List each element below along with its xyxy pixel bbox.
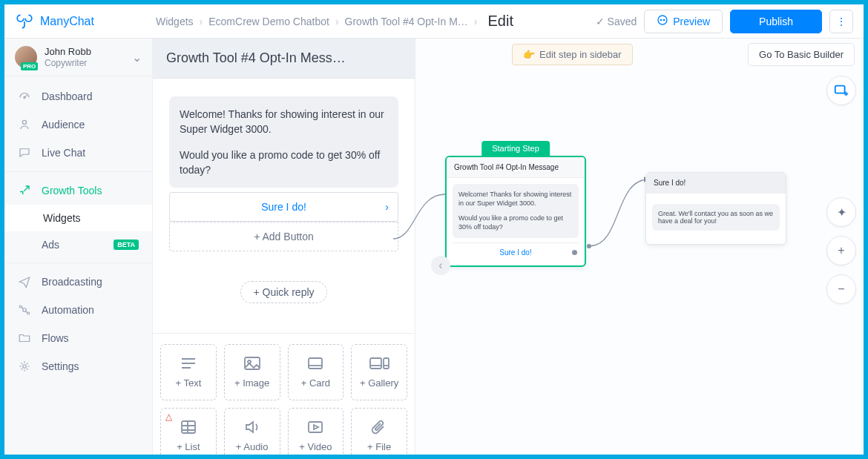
block-audio[interactable]: + Audio (224, 408, 280, 455)
node-title: Sure I do! (646, 173, 786, 194)
connector-dot-icon[interactable] (572, 250, 577, 255)
block-file[interactable]: + File (351, 408, 407, 455)
top-bar-actions: ✓ Saved Preview Publish ⋮ (596, 10, 853, 33)
svg-point-8 (23, 365, 27, 369)
block-list[interactable]: △ + List (160, 408, 217, 455)
preview-button[interactable]: Preview (644, 10, 723, 33)
image-icon (243, 356, 261, 373)
block-image[interactable]: + Image (224, 344, 280, 400)
more-vertical-icon: ⋮ (836, 16, 846, 27)
video-icon (306, 420, 324, 437)
sidebar-item-livechat[interactable]: Live Chat (4, 139, 152, 167)
user-name: John Robb (45, 46, 91, 58)
block-gallery[interactable]: + Gallery (351, 344, 407, 400)
node-msg-line1: Welcome! Thanks for showing interest in … (458, 190, 573, 208)
edit-step-label: Edit step in sidebar (539, 49, 622, 60)
block-label: + List (177, 441, 200, 452)
block-card[interactable]: + Card (288, 344, 344, 400)
sidebar-item-broadcasting[interactable]: Broadcasting (4, 268, 152, 296)
breadcrumb-0[interactable]: Widgets (156, 16, 194, 27)
go-basic-builder-button[interactable]: Go To Basic Builder (748, 43, 855, 66)
brand-logo[interactable]: ManyChat (15, 12, 156, 31)
sidebar-item-ads[interactable]: Ads BETA (4, 231, 152, 258)
sidebar-item-label: Broadcasting (42, 276, 102, 288)
svg-rect-14 (182, 421, 195, 433)
publish-label: Publish (759, 16, 793, 27)
add-step-button[interactable] (826, 76, 856, 105)
audio-icon (243, 420, 261, 437)
svg-point-1 (661, 19, 662, 20)
sidebar: PRO John Robb Copywriter ⌄ Dashboard Aud… (4, 39, 153, 455)
sidebar-item-label: Settings (42, 360, 79, 372)
sidebar-item-automation[interactable]: Automation (4, 296, 152, 324)
quick-reply-label: + Quick reply (253, 286, 314, 298)
svg-rect-13 (384, 358, 389, 369)
node-button[interactable]: Sure I do! (453, 242, 579, 260)
reply-button[interactable]: Sure I do! › (169, 192, 398, 222)
breadcrumb-1[interactable]: EcomCrew Demo Chatbot (208, 16, 329, 27)
breadcrumb: Widgets › EcomCrew Demo Chatbot › Growth… (156, 13, 513, 30)
card-icon (306, 356, 324, 373)
chat-bubble-icon (657, 14, 668, 28)
breadcrumb-2[interactable]: Growth Tool #4 Opt-In M… (345, 16, 468, 27)
quick-reply-button[interactable]: + Quick reply (240, 281, 326, 303)
gauge-icon (18, 90, 31, 103)
sidebar-item-label: Live Chat (42, 147, 85, 159)
node-message: Great. We'll contact you as soon as we h… (652, 204, 780, 231)
sidebar-item-flows[interactable]: Flows (4, 324, 152, 352)
avatar: PRO (15, 46, 37, 68)
sidebar-item-label: Audience (42, 119, 85, 131)
user-switcher[interactable]: PRO John Robb Copywriter ⌄ (4, 39, 152, 76)
flow-node-start[interactable]: Starting Step Growth Tool #4 Opt-In Mess… (445, 156, 586, 267)
sidebar-item-label: Automation (42, 304, 94, 316)
block-label: + File (367, 441, 391, 452)
chat-icon (18, 146, 31, 159)
block-label: + Card (301, 377, 330, 389)
sidebar-item-audience[interactable]: Audience (4, 110, 152, 139)
svg-rect-17 (835, 86, 845, 93)
message-bubble[interactable]: Welcome! Thanks for showing interest in … (169, 96, 398, 188)
chevron-right-icon: › (385, 201, 389, 213)
flow-node-reply[interactable]: Sure I do! Great. We'll contact you as s… (645, 172, 786, 245)
sidebar-item-settings[interactable]: Settings (4, 352, 152, 380)
block-video[interactable]: + Video (288, 408, 344, 455)
starting-step-badge: Starting Step (481, 141, 550, 156)
nav: Dashboard Audience Live Chat Growth Tool… (4, 76, 152, 386)
add-button[interactable]: + Add Button (169, 222, 398, 251)
person-icon (18, 118, 31, 131)
block-label: + Image (234, 377, 269, 389)
minus-icon: − (838, 283, 844, 296)
cog-icon (18, 360, 31, 373)
svg-point-7 (27, 312, 30, 314)
quick-reply-row: + Quick reply (169, 281, 398, 303)
chevron-right-icon: › (200, 16, 203, 27)
list-icon (180, 420, 197, 437)
content-blocks: + Text + Image + Card + Gallery △ (153, 333, 415, 455)
reply-button-label: Sure I do! (261, 201, 306, 213)
svg-rect-15 (309, 422, 322, 432)
zoom-out-button[interactable]: − (826, 274, 856, 304)
edit-step-hint[interactable]: 👉 Edit step in sidebar (512, 44, 633, 65)
more-menu-button[interactable]: ⋮ (829, 10, 853, 33)
sidebar-item-dashboard[interactable]: Dashboard (4, 82, 152, 110)
block-label: + Audio (236, 441, 269, 452)
pan-left-button[interactable]: ‹ (431, 256, 450, 275)
saved-indicator: ✓ Saved (596, 16, 637, 27)
growth-icon (18, 184, 31, 197)
sidebar-item-widgets[interactable]: Widgets (4, 205, 152, 231)
magic-tool-button[interactable]: ✦ (826, 197, 856, 227)
app-root: ManyChat Widgets › EcomCrew Demo Chatbot… (4, 4, 864, 455)
svg-point-2 (664, 19, 665, 20)
sidebar-item-growthtools[interactable]: Growth Tools (4, 176, 152, 205)
publish-button[interactable]: Publish (730, 10, 822, 33)
zoom-in-button[interactable]: + (826, 236, 856, 265)
flow-canvas[interactable]: 👉 Edit step in sidebar Go To Basic Build… (415, 39, 864, 455)
sidebar-item-label: Dashboard (42, 90, 93, 102)
svg-point-4 (22, 120, 26, 124)
plus-icon: + (838, 244, 844, 257)
block-text[interactable]: + Text (160, 344, 217, 400)
user-meta: John Robb Copywriter (45, 46, 91, 68)
user-role: Copywriter (45, 58, 91, 68)
divider (4, 171, 152, 172)
check-icon: ✓ (596, 16, 605, 27)
